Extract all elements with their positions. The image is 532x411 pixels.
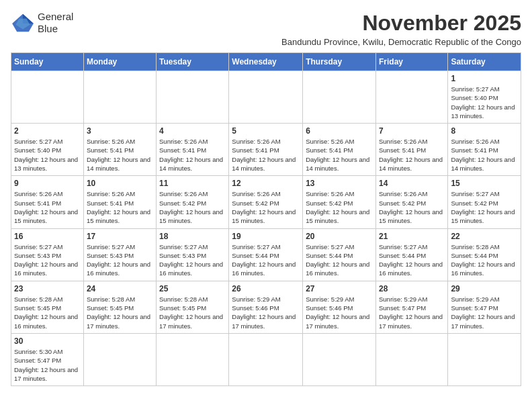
day-info: Sunrise: 5:28 AM Sunset: 5:45 PM Dayligh… bbox=[14, 295, 81, 330]
day-info: Sunrise: 5:27 AM Sunset: 5:42 PM Dayligh… bbox=[451, 189, 518, 225]
calendar-cell bbox=[157, 333, 229, 385]
calendar-cell: 17Sunrise: 5:27 AM Sunset: 5:43 PM Dayli… bbox=[83, 228, 156, 281]
day-info: Sunrise: 5:26 AM Sunset: 5:42 PM Dayligh… bbox=[232, 189, 300, 225]
day-info: Sunrise: 5:29 AM Sunset: 5:47 PM Dayligh… bbox=[451, 295, 518, 330]
calendar-cell bbox=[229, 71, 303, 124]
day-number: 7 bbox=[379, 126, 445, 136]
day-info: Sunrise: 5:26 AM Sunset: 5:42 PM Dayligh… bbox=[159, 189, 226, 225]
day-info: Sunrise: 5:28 AM Sunset: 5:45 PM Dayligh… bbox=[159, 295, 226, 330]
day-info: Sunrise: 5:26 AM Sunset: 5:42 PM Dayligh… bbox=[379, 189, 445, 225]
day-number: 11 bbox=[159, 179, 226, 188]
calendar-cell: 19Sunrise: 5:27 AM Sunset: 5:44 PM Dayli… bbox=[229, 228, 303, 281]
day-number: 13 bbox=[306, 179, 373, 188]
calendar-cell: 12Sunrise: 5:26 AM Sunset: 5:42 PM Dayli… bbox=[229, 176, 303, 228]
calendar-cell bbox=[303, 71, 376, 124]
day-number: 22 bbox=[451, 232, 518, 241]
calendar-cell: 4Sunrise: 5:26 AM Sunset: 5:41 PM Daylig… bbox=[157, 124, 229, 176]
day-number: 8 bbox=[451, 126, 518, 136]
day-info: Sunrise: 5:26 AM Sunset: 5:41 PM Dayligh… bbox=[451, 137, 518, 173]
day-number: 3 bbox=[87, 126, 153, 136]
day-number: 5 bbox=[232, 126, 300, 136]
day-info: Sunrise: 5:27 AM Sunset: 5:44 PM Dayligh… bbox=[379, 242, 445, 278]
day-info: Sunrise: 5:27 AM Sunset: 5:40 PM Dayligh… bbox=[14, 137, 81, 173]
day-info: Sunrise: 5:26 AM Sunset: 5:41 PM Dayligh… bbox=[87, 189, 153, 225]
calendar-cell: 10Sunrise: 5:26 AM Sunset: 5:41 PM Dayli… bbox=[83, 176, 156, 228]
day-number: 23 bbox=[14, 284, 81, 293]
calendar-cell: 16Sunrise: 5:27 AM Sunset: 5:43 PM Dayli… bbox=[11, 228, 84, 281]
calendar-cell bbox=[83, 71, 156, 124]
logo: General Blue bbox=[11, 11, 73, 35]
day-info: Sunrise: 5:29 AM Sunset: 5:46 PM Dayligh… bbox=[232, 295, 300, 330]
day-number: 27 bbox=[306, 284, 373, 293]
day-info: Sunrise: 5:27 AM Sunset: 5:40 PM Dayligh… bbox=[451, 85, 518, 120]
calendar-cell bbox=[375, 333, 447, 385]
day-info: Sunrise: 5:27 AM Sunset: 5:43 PM Dayligh… bbox=[87, 242, 153, 278]
calendar-cell: 30Sunrise: 5:30 AM Sunset: 5:47 PM Dayli… bbox=[11, 333, 84, 385]
calendar-cell: 28Sunrise: 5:29 AM Sunset: 5:47 PM Dayli… bbox=[375, 281, 447, 333]
day-info: Sunrise: 5:27 AM Sunset: 5:44 PM Dayligh… bbox=[306, 242, 373, 278]
day-info: Sunrise: 5:26 AM Sunset: 5:41 PM Dayligh… bbox=[379, 137, 445, 173]
weekday-header: Friday bbox=[375, 53, 447, 71]
day-number: 2 bbox=[14, 126, 81, 136]
calendar-cell: 6Sunrise: 5:26 AM Sunset: 5:41 PM Daylig… bbox=[303, 124, 376, 176]
day-info: Sunrise: 5:29 AM Sunset: 5:47 PM Dayligh… bbox=[379, 295, 445, 330]
day-number: 15 bbox=[451, 179, 518, 188]
day-number: 10 bbox=[87, 179, 153, 188]
calendar-week-row: 16Sunrise: 5:27 AM Sunset: 5:43 PM Dayli… bbox=[11, 228, 521, 281]
day-number: 20 bbox=[306, 232, 373, 241]
calendar-cell: 9Sunrise: 5:26 AM Sunset: 5:41 PM Daylig… bbox=[11, 176, 84, 228]
day-number: 30 bbox=[14, 336, 81, 346]
calendar-cell bbox=[157, 71, 229, 124]
day-number: 12 bbox=[232, 179, 300, 188]
weekday-header: Saturday bbox=[448, 53, 521, 71]
calendar-cell bbox=[11, 71, 84, 124]
day-number: 24 bbox=[87, 284, 153, 293]
day-number: 29 bbox=[451, 284, 518, 293]
day-number: 9 bbox=[14, 179, 81, 188]
subtitle: Bandundu Province, Kwilu, Democratic Rep… bbox=[281, 37, 521, 47]
day-info: Sunrise: 5:30 AM Sunset: 5:47 PM Dayligh… bbox=[14, 347, 81, 383]
calendar-header-row: SundayMondayTuesdayWednesdayThursdayFrid… bbox=[11, 53, 521, 71]
calendar-cell: 11Sunrise: 5:26 AM Sunset: 5:42 PM Dayli… bbox=[157, 176, 229, 228]
weekday-header: Wednesday bbox=[229, 53, 303, 71]
day-number: 17 bbox=[87, 232, 153, 241]
calendar-cell bbox=[448, 333, 521, 385]
calendar-week-row: 1Sunrise: 5:27 AM Sunset: 5:40 PM Daylig… bbox=[11, 71, 521, 124]
calendar-cell: 15Sunrise: 5:27 AM Sunset: 5:42 PM Dayli… bbox=[448, 176, 521, 228]
calendar-cell: 27Sunrise: 5:29 AM Sunset: 5:46 PM Dayli… bbox=[303, 281, 376, 333]
weekday-header: Sunday bbox=[11, 53, 84, 71]
calendar-cell: 18Sunrise: 5:27 AM Sunset: 5:43 PM Dayli… bbox=[157, 228, 229, 281]
calendar-week-row: 23Sunrise: 5:28 AM Sunset: 5:45 PM Dayli… bbox=[11, 281, 521, 333]
day-number: 28 bbox=[379, 284, 445, 293]
calendar-cell: 14Sunrise: 5:26 AM Sunset: 5:42 PM Dayli… bbox=[375, 176, 447, 228]
weekday-header: Monday bbox=[83, 53, 156, 71]
calendar-cell: 13Sunrise: 5:26 AM Sunset: 5:42 PM Dayli… bbox=[303, 176, 376, 228]
calendar-cell: 8Sunrise: 5:26 AM Sunset: 5:41 PM Daylig… bbox=[448, 124, 521, 176]
header: General Blue November 2025 Bandundu Prov… bbox=[11, 11, 521, 47]
calendar-cell: 5Sunrise: 5:26 AM Sunset: 5:41 PM Daylig… bbox=[229, 124, 303, 176]
day-number: 19 bbox=[232, 232, 300, 241]
weekday-header: Tuesday bbox=[157, 53, 229, 71]
calendar: SundayMondayTuesdayWednesdayThursdayFrid… bbox=[11, 52, 521, 386]
day-number: 21 bbox=[379, 232, 445, 241]
calendar-cell: 7Sunrise: 5:26 AM Sunset: 5:41 PM Daylig… bbox=[375, 124, 447, 176]
calendar-cell: 3Sunrise: 5:26 AM Sunset: 5:41 PM Daylig… bbox=[83, 124, 156, 176]
day-info: Sunrise: 5:27 AM Sunset: 5:43 PM Dayligh… bbox=[14, 242, 81, 278]
calendar-cell: 22Sunrise: 5:28 AM Sunset: 5:44 PM Dayli… bbox=[448, 228, 521, 281]
day-number: 4 bbox=[159, 126, 226, 136]
calendar-cell bbox=[83, 333, 156, 385]
calendar-cell: 21Sunrise: 5:27 AM Sunset: 5:44 PM Dayli… bbox=[375, 228, 447, 281]
day-info: Sunrise: 5:26 AM Sunset: 5:41 PM Dayligh… bbox=[306, 137, 373, 173]
day-number: 6 bbox=[306, 126, 373, 136]
month-title: November 2025 bbox=[281, 11, 521, 36]
calendar-week-row: 30Sunrise: 5:30 AM Sunset: 5:47 PM Dayli… bbox=[11, 333, 521, 385]
day-number: 18 bbox=[159, 232, 226, 241]
calendar-cell: 25Sunrise: 5:28 AM Sunset: 5:45 PM Dayli… bbox=[157, 281, 229, 333]
day-info: Sunrise: 5:28 AM Sunset: 5:44 PM Dayligh… bbox=[451, 242, 518, 278]
calendar-week-row: 2Sunrise: 5:27 AM Sunset: 5:40 PM Daylig… bbox=[11, 124, 521, 176]
day-info: Sunrise: 5:26 AM Sunset: 5:41 PM Dayligh… bbox=[14, 189, 81, 225]
calendar-cell: 26Sunrise: 5:29 AM Sunset: 5:46 PM Dayli… bbox=[229, 281, 303, 333]
day-info: Sunrise: 5:26 AM Sunset: 5:41 PM Dayligh… bbox=[87, 137, 153, 173]
day-info: Sunrise: 5:26 AM Sunset: 5:41 PM Dayligh… bbox=[159, 137, 226, 173]
calendar-cell: 20Sunrise: 5:27 AM Sunset: 5:44 PM Dayli… bbox=[303, 228, 376, 281]
